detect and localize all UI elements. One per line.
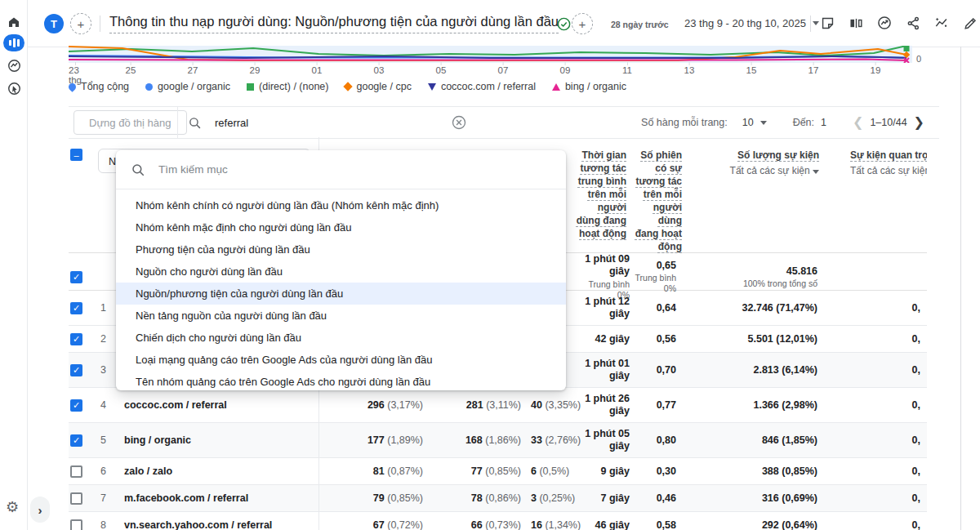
row-returning-users: 40 (3,35%) (531, 399, 576, 411)
chevron-down-icon[interactable] (760, 121, 767, 125)
rail-divider (27, 0, 28, 530)
row-active-users: 78 (0,86%) (433, 492, 531, 504)
row-index: 6 (93, 465, 118, 477)
comparison-icon[interactable] (847, 14, 865, 32)
dropdown-item[interactable]: Tên nhóm quảng cáo trên Google Ads cho n… (116, 371, 566, 393)
end-marker-square (904, 46, 910, 51)
row-checkbox[interactable]: ✓ (70, 302, 82, 314)
x-tick-label: 29 (250, 65, 261, 75)
reports-nav-icon[interactable] (3, 34, 24, 51)
row-checkbox[interactable]: ✓ (70, 399, 82, 412)
table-row[interactable]: 6zalo / zalo81 (0,87%)77 (0,85%)6 (0,5%)… (69, 458, 927, 485)
row-event-count: 5.501 (12,01%) (686, 333, 827, 345)
table-toolbar: Dựng đồ thị hàng referral Số hàng mỗi tr… (69, 106, 939, 139)
date-range-picker[interactable]: 23 thg 9 - 20 thg 10, 2025 (684, 17, 819, 29)
page-range: 1–10/44 (870, 117, 906, 128)
rows-per-page-value[interactable]: 10 (742, 117, 754, 128)
prev-page-icon[interactable]: ❮ (853, 116, 863, 129)
home-icon[interactable] (4, 12, 24, 32)
legend-item: (direct) / (none) (247, 81, 328, 92)
chart-y-zero-label: 0 (916, 54, 921, 64)
row-active-users: 77 (0,85%) (433, 465, 531, 477)
dropdown-search-row (116, 150, 566, 189)
square-legend-icon (247, 83, 254, 91)
dropdown-item[interactable]: Nguồn/phương tiện của người dùng lần đầu (116, 283, 566, 305)
dropdown-item[interactable]: Chiến dịch cho người dùng lần đầu (116, 327, 566, 349)
row-checkbox[interactable] (70, 465, 82, 478)
edit-pencil-icon[interactable] (961, 14, 979, 32)
page-title[interactable]: Thông tin thu nạp người dùng: Nguồn/phươ… (109, 14, 559, 33)
notes-icon[interactable] (818, 14, 836, 32)
pagination-controls: Số hàng mỗi trang: 10 Đến: 1 ❮ 1–10/44 ❯ (641, 107, 924, 138)
dropdown-item[interactable]: Loại mạng quảng cáo trên Google Ads của … (116, 349, 566, 371)
dropdown-item[interactable]: Nhóm kênh chính có người dùng lần đầu (N… (116, 194, 566, 216)
row-key-events: 0, (827, 519, 927, 530)
x-tick-label: 03 (374, 65, 385, 75)
pin-legend-icon (67, 82, 78, 92)
col-header-key-events[interactable]: Sự kiện quan trọng (827, 149, 927, 162)
row-checkbox[interactable] (70, 492, 82, 505)
dropdown-item[interactable]: Phương tiện của người dùng lần đầu (116, 238, 566, 261)
plot-rows-button[interactable]: Dựng đồ thị hàng (74, 110, 187, 135)
row-checkbox[interactable]: ✓ (70, 333, 82, 345)
row-checkbox[interactable]: ✓ (70, 434, 82, 447)
table-row[interactable]: ✓4coccoc.com / referral296 (3,17%)281 (3… (69, 388, 927, 423)
explore-nav-icon[interactable] (4, 56, 24, 75)
x-tick-label: 15 (746, 65, 757, 75)
date-relative-badge: 28 ngày trước (611, 20, 669, 29)
row-event-count: 2.813 (6,14%) (686, 364, 827, 376)
insights-circle-icon[interactable] (875, 14, 893, 32)
search-input-value[interactable]: referral (215, 117, 248, 129)
col-header-engaged-sessions[interactable]: Số phiên có sự tương tác trên mỗi người … (633, 137, 686, 253)
row-index: 1 (93, 302, 118, 314)
dropdown-item[interactable]: Nguồn cho người dùng lần đầu (116, 261, 566, 283)
trends-sparkline-icon[interactable] (933, 14, 951, 32)
table-row[interactable]: 8vn.search.yahoo.com / referral67 (0,72%… (69, 512, 927, 530)
table-search[interactable]: referral (188, 107, 248, 138)
table-row[interactable]: 7m.facebook.com / referral79 (0,85%)78 (… (69, 485, 927, 512)
goto-page-value[interactable]: 1 (821, 117, 826, 128)
row-engaged-sessions: 0,80 (633, 434, 686, 446)
row-checkbox[interactable] (70, 519, 82, 530)
row-checkbox-cell: ✓ (69, 434, 93, 447)
event-filter-dropdown[interactable]: Tất cả các sự kiện (686, 165, 827, 176)
add-metric-button[interactable]: + (572, 13, 593, 34)
row-event-count: 388 (0,85%) (686, 465, 827, 477)
col-header-avg-engagement-time[interactable]: Thời gian tương tác trung bình trên mỗi … (576, 137, 633, 240)
row-key-events: 0, (827, 364, 927, 376)
row-avg-engagement-time: 42 giây (576, 333, 633, 345)
row-event-count: 846 (1,85%) (686, 434, 827, 446)
col-header-event-count[interactable]: Số lượng sự kiện (686, 149, 827, 162)
date-range-label: 23 thg 9 - 20 thg 10, 2025 (684, 17, 806, 29)
legend-label: coccoc.com / referral (441, 81, 536, 92)
row-returning-users: 6 (0,5%) (531, 465, 576, 477)
x-tick-label: 27 (188, 65, 198, 75)
next-page-icon[interactable]: ❯ (914, 116, 924, 129)
dropdown-item[interactable]: Nền tảng nguồn của người dùng lần đầu (116, 305, 566, 327)
table-row[interactable]: ✓5bing / organic177 (1,89%)168 (1,86%)33… (69, 423, 927, 458)
row-index: 5 (93, 434, 118, 446)
row-engaged-sessions: 0,46 (633, 492, 686, 504)
x-tick-label: 09 (560, 65, 571, 75)
select-all-checkbox[interactable]: – (70, 149, 82, 161)
chevron-down-icon (813, 170, 819, 174)
admin-gear-icon[interactable]: ⚙ (6, 498, 19, 516)
left-nav-rail: ⚙ (0, 0, 27, 530)
dropdown-item[interactable]: Nhóm kênh mặc định cho người dùng lần đầ… (116, 216, 566, 238)
account-avatar[interactable]: T (44, 14, 64, 33)
row-avg-engagement-time: 1 phút 12 giây (576, 296, 633, 320)
add-tab-button[interactable]: + (70, 13, 91, 34)
expand-nav-button[interactable]: › (30, 497, 50, 523)
totals-checkbox[interactable]: ✓ (70, 271, 82, 283)
dropdown-search-input[interactable] (157, 163, 551, 176)
row-key-events: 0, (827, 302, 927, 314)
search-icon (188, 116, 202, 130)
share-icon[interactable] (904, 14, 922, 32)
row-new-users: 81 (0,87%) (318, 465, 433, 477)
key-event-filter-dropdown[interactable]: Tất cả các sự kiện (827, 165, 927, 176)
row-checkbox[interactable]: ✓ (70, 364, 82, 376)
advertising-nav-icon[interactable] (4, 78, 24, 98)
clear-search-icon[interactable] (451, 114, 467, 131)
legend-item: bing / organic (552, 81, 626, 92)
x-tick-label: 01 (312, 65, 323, 75)
